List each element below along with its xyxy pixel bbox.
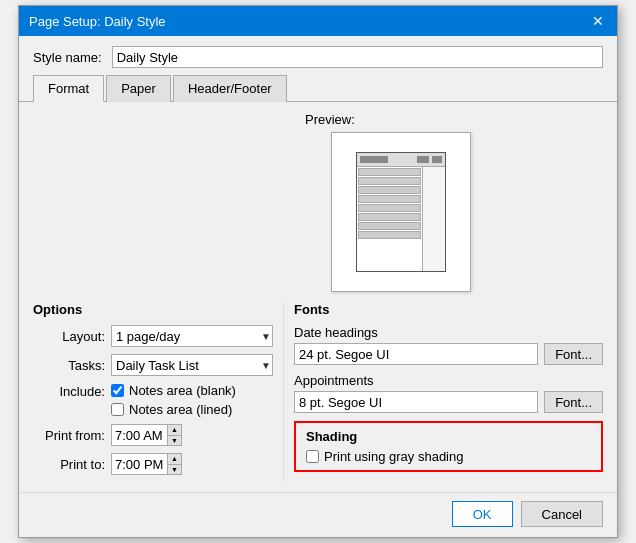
print-to-label: Print to: [33,457,105,472]
header-block-1 [360,156,388,163]
notes-blank-checkbox[interactable] [111,384,124,397]
notes-lined-checkbox[interactable] [111,403,124,416]
print-to-input-wrapper: ▲ ▼ [111,453,182,475]
print-from-up-button[interactable]: ▲ [168,425,181,436]
tab-format[interactable]: Format [33,75,104,102]
notes-lined-row: Notes area (lined) [111,402,236,417]
print-to-up-button[interactable]: ▲ [168,454,181,465]
mini-row-6 [358,213,421,221]
date-heading-row: Font... [294,343,603,365]
date-heading-input[interactable] [294,343,538,365]
date-headings-group: Date headings Font... [294,325,603,365]
style-name-input[interactable] [112,46,603,68]
content-area: Preview: [19,102,617,492]
layout-select-wrapper: 1 page/day ▼ [111,325,273,347]
include-row: Include: Notes area (blank) Notes area (… [33,383,273,417]
date-heading-label: Date headings [294,325,603,340]
gray-shading-checkbox[interactable] [306,450,319,463]
print-from-down-button[interactable]: ▼ [168,436,181,446]
preview-label: Preview: [305,112,355,127]
title-bar: Page Setup: Daily Style ✕ [19,6,617,36]
close-button[interactable]: ✕ [589,12,607,30]
print-from-row: Print from: ▲ ▼ [33,424,273,446]
options-panel: Options Layout: 1 page/day ▼ Tasks: [33,302,273,482]
print-to-spinner: ▲ ▼ [167,454,181,474]
page-mini-body [357,167,445,271]
layout-label: Layout: [33,329,105,344]
print-from-label: Print from: [33,428,105,443]
page-mini-main [357,167,423,271]
print-from-input-wrapper: ▲ ▼ [111,424,182,446]
preview-box [331,132,471,292]
mini-row-4 [358,195,421,203]
options-title: Options [33,302,273,317]
appointments-label: Appointments [294,373,603,388]
preview-section: Preview: [301,112,501,292]
tasks-select[interactable]: Daily Task List [111,354,273,376]
date-heading-font-button[interactable]: Font... [544,343,603,365]
divider [283,302,284,482]
appointments-group: Appointments Font... [294,373,603,413]
gray-shading-label: Print using gray shading [324,449,463,464]
notes-blank-label: Notes area (blank) [129,383,236,398]
include-checks: Notes area (blank) Notes area (lined) [111,383,236,417]
ok-button[interactable]: OK [452,501,513,527]
page-mini-header [357,153,445,167]
cancel-button[interactable]: Cancel [521,501,603,527]
mini-row-2 [358,177,421,185]
page-mini-side [423,167,445,271]
print-to-down-button[interactable]: ▼ [168,465,181,475]
appointments-input[interactable] [294,391,538,413]
mini-row-5 [358,204,421,212]
style-name-label: Style name: [33,50,102,65]
tab-paper[interactable]: Paper [106,75,171,102]
tab-header-footer[interactable]: Header/Footer [173,75,287,102]
appointments-row: Font... [294,391,603,413]
preview-container: Preview: [19,102,617,292]
page-preview [356,152,446,272]
fonts-title: Fonts [294,302,603,317]
dialog-footer: OK Cancel [19,492,617,537]
notes-lined-label: Notes area (lined) [129,402,232,417]
mini-row-7 [358,222,421,230]
header-block-2 [417,156,429,163]
tabs: Format Paper Header/Footer [19,74,617,102]
tasks-select-wrapper: Daily Task List ▼ [111,354,273,376]
mini-row-1 [358,168,421,176]
gray-shading-row: Print using gray shading [306,449,591,464]
mini-row-3 [358,186,421,194]
fonts-panel: Fonts Date headings Font... Appointments… [294,302,603,482]
print-from-input[interactable] [112,427,167,444]
layout-select[interactable]: 1 page/day [111,325,273,347]
print-to-input[interactable] [112,456,167,473]
header-block-3 [432,156,442,163]
layout-row: Layout: 1 page/day ▼ [33,325,273,347]
tasks-row: Tasks: Daily Task List ▼ [33,354,273,376]
print-from-spinner: ▲ ▼ [167,425,181,445]
tasks-label: Tasks: [33,358,105,373]
print-to-row: Print to: ▲ ▼ [33,453,273,475]
dialog-title: Page Setup: Daily Style [29,14,166,29]
appointments-font-button[interactable]: Font... [544,391,603,413]
shading-title: Shading [306,429,591,444]
mini-row-8 [358,231,421,239]
style-name-row: Style name: [19,36,617,74]
main-content: Options Layout: 1 page/day ▼ Tasks: [19,292,617,492]
dialog: Page Setup: Daily Style ✕ Style name: Fo… [18,5,618,538]
notes-blank-row: Notes area (blank) [111,383,236,398]
shading-section: Shading Print using gray shading [294,421,603,472]
include-label: Include: [33,383,105,399]
